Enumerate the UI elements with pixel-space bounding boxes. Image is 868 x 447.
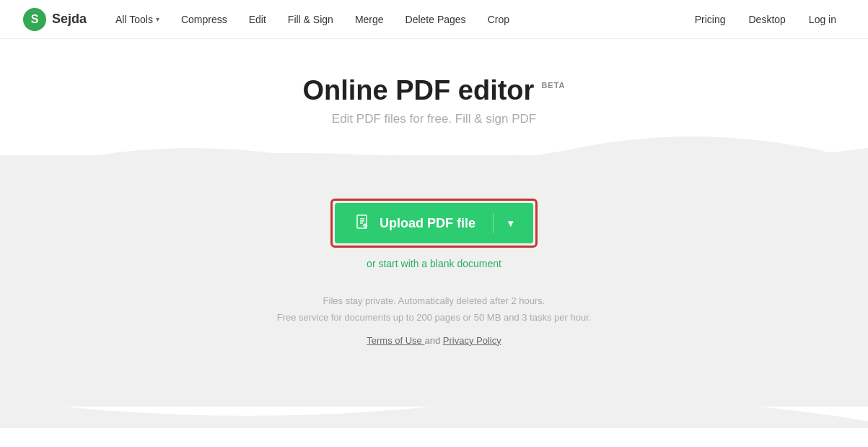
nav-fill-sign[interactable]: Fill & Sign xyxy=(279,9,342,30)
nav-all-tools[interactable]: All Tools ▾ xyxy=(107,9,168,30)
privacy-line2: Free service for documents up to 200 pag… xyxy=(277,309,592,326)
page-subtitle: Edit PDF files for free. Fill & sign PDF xyxy=(332,112,536,126)
upload-section: Upload PDF file ▾ or start with a blank … xyxy=(0,155,868,407)
nav-login[interactable]: Log in xyxy=(800,9,845,30)
nav-edit[interactable]: Edit xyxy=(240,9,275,30)
upload-button-wrapper: Upload PDF file ▾ xyxy=(330,199,538,248)
nav-delete-pages[interactable]: Delete Pages xyxy=(397,9,475,30)
upload-pdf-button[interactable]: Upload PDF file ▾ xyxy=(335,203,533,243)
nav-merge[interactable]: Merge xyxy=(346,9,393,30)
header: S Sejda All Tools ▾ Compress Edit Fill &… xyxy=(0,0,868,39)
terms-link[interactable]: Terms of Use xyxy=(367,335,424,346)
logo-icon: S xyxy=(23,8,46,31)
logo[interactable]: S Sejda xyxy=(23,8,87,31)
privacy-info: Files stay private. Automatically delete… xyxy=(277,292,592,349)
nav-right: Pricing Desktop Log in xyxy=(686,9,845,30)
privacy-policy-link[interactable]: Privacy Policy xyxy=(443,335,501,346)
legal-links: Terms of Use and Privacy Policy xyxy=(277,332,592,349)
logo-text: Sejda xyxy=(52,12,87,27)
nav-compress[interactable]: Compress xyxy=(172,9,236,30)
nav-crop[interactable]: Crop xyxy=(479,9,518,30)
wave-bottom-decoration xyxy=(0,385,868,428)
privacy-line1: Files stay private. Automatically delete… xyxy=(277,292,592,309)
nav-pricing[interactable]: Pricing xyxy=(686,9,735,30)
button-divider xyxy=(493,213,494,233)
wave-top-decoration xyxy=(0,134,868,177)
upload-icon xyxy=(355,214,371,233)
nav-desktop[interactable]: Desktop xyxy=(740,9,794,30)
nav-left: All Tools ▾ Compress Edit Fill & Sign Me… xyxy=(107,9,686,30)
beta-badge: BETA xyxy=(541,81,565,90)
chevron-down-icon: ▾ xyxy=(156,15,159,23)
page-title: Online PDF editor xyxy=(302,75,534,106)
main-content: Online PDF editor BETA Edit PDF files fo… xyxy=(0,39,868,407)
dropdown-arrow-icon: ▾ xyxy=(508,217,513,229)
blank-document-link[interactable]: or start with a blank document xyxy=(367,258,501,269)
